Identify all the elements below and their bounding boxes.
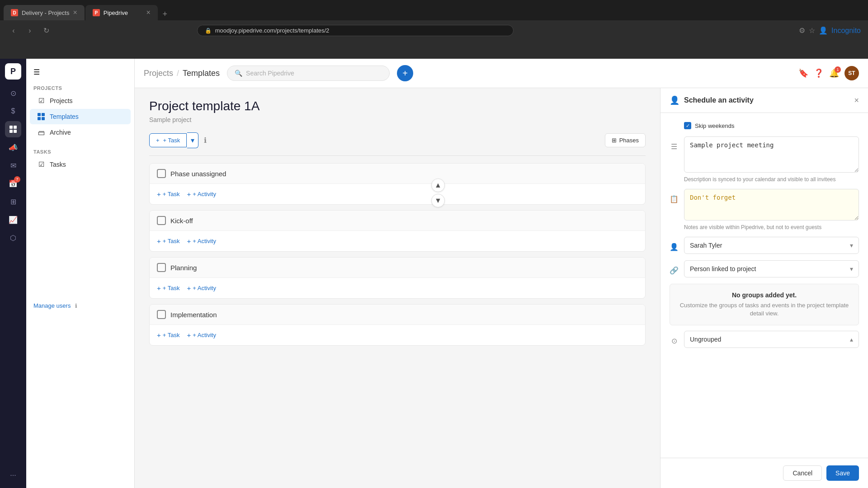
plus-icon-4: + [187,237,191,245]
browser-tab-2[interactable]: P Pipedrive × [85,5,158,20]
back-button[interactable]: ‹ [7,24,20,37]
description-input[interactable]: Sample project meeting [684,136,859,173]
phase-section-planning: Planning + + Task + + Activity [149,257,646,299]
add-button[interactable]: + [397,65,413,81]
app-sidebar: P ⊙ $ 📣 ✉ 📅 7 ⊞ 📈 ⬡ ··· [0,59,26,488]
sidebar-item-deals[interactable]: $ [5,103,21,119]
save-button[interactable]: Save [826,465,859,481]
add-task-kickoff-link[interactable]: + + Task [157,237,179,245]
add-task-implementation-link[interactable]: + + Task [157,331,179,339]
search-bar[interactable]: 🔍 Search Pipedrive [227,66,390,81]
person-link-icon: 🔗 [670,266,679,275]
extensions-icon[interactable]: ⚙ [799,26,805,35]
nav-item-projects[interactable]: ☑ Projects [30,93,131,108]
address-text: moodjoy.pipedrive.com/projects/templates… [215,27,330,34]
add-task-implementation-label: + Task [163,332,180,338]
sidebar-item-mail[interactable]: ✉ [5,157,21,174]
address-bar[interactable]: 🔒 moodjoy.pipedrive.com/projects/templat… [197,25,514,36]
left-panel-header: ☰ [26,59,134,82]
owner-row: 👤 Sarah Tyler ▾ [670,237,859,254]
add-activity-unassigned-link[interactable]: + + Activity [187,190,216,198]
phases-button[interactable]: ⊞ Phases [605,133,646,147]
tasks-section-label: TASKS [26,145,134,156]
phase-planning-actions: + + Task + + Activity [157,282,638,294]
add-task-planning-link[interactable]: + + Task [157,284,179,292]
grid-icon: ⊞ [612,137,617,144]
skip-weekends-checkbox[interactable]: ✓ [684,122,691,129]
checkbox-check-icon: ✓ [686,123,690,129]
new-tab-button[interactable]: + [159,8,171,20]
refresh-button[interactable]: ↻ [40,24,52,37]
forward-button[interactable]: › [24,24,36,37]
toolbar-info-icon[interactable]: ℹ [204,136,207,145]
bookmark-icon[interactable]: ☆ [809,26,815,35]
phase-icon-implementation [157,310,166,319]
owner-select[interactable]: Sarah Tyler ▾ [684,237,859,254]
add-task-main-btn[interactable]: + + Task [149,133,187,147]
notes-input[interactable]: Don't forget [684,189,859,221]
tab-close-2[interactable]: × [146,9,150,17]
sidebar-item-activities[interactable]: 📣 [5,139,21,155]
add-task-unassigned-link[interactable]: + + Task [157,190,179,198]
nav-item-archive-label: Archive [50,129,71,136]
sidebar-item-home[interactable]: ⊙ [5,85,21,101]
no-groups-box: No groups added yet. Customize the group… [670,284,859,325]
manage-users-info-icon: ℹ [75,303,77,309]
nav-item-templates[interactable]: Templates [30,109,131,124]
person-select[interactable]: Person linked to project ▾ [684,260,859,277]
plus-icon: + [157,190,161,198]
nav-item-tasks-label: Tasks [50,161,66,168]
scroll-controls: ▲ ▼ [431,178,445,207]
sidebar-item-reports[interactable]: 📈 [5,211,21,228]
templates-nav-icon [37,113,45,121]
app-nav-bottom: ··· [5,467,21,483]
add-activity-planning-link[interactable]: + + Activity [187,284,216,292]
scroll-up-button[interactable]: ▲ [431,178,445,192]
phase-body-kickoff: + + Task + + Activity [150,231,645,251]
phase-header-unassigned: Phase unassigned [150,164,645,184]
breadcrumb-parent[interactable]: Projects [144,69,173,78]
add-activity-kickoff-link[interactable]: + + Activity [187,237,216,245]
search-icon: 🔍 [235,70,242,77]
toggle-nav[interactable]: ☰ [33,68,127,76]
project-toolbar: + + Task ▾ ℹ ⊞ Phases [149,132,646,156]
menu-icon[interactable]: Incognito [831,27,861,35]
owner-content: Sarah Tyler ▾ [684,237,859,254]
sidebar-item-projects[interactable] [5,121,21,137]
main-header: Projects / Templates 🔍 Search Pipedrive … [135,59,868,88]
phases-label: Phases [619,137,639,144]
tab-close-1[interactable]: × [73,9,77,17]
sidebar-item-calendar[interactable]: 📅 7 [5,175,21,192]
nav-item-archive[interactable]: 🗃 Archive [30,125,131,140]
add-task-dropdown-btn[interactable]: ▾ [187,132,198,148]
user-avatar[interactable]: ST [844,66,859,80]
svg-rect-7 [42,117,45,120]
grouping-select[interactable]: Ungrouped ▴ [684,331,859,348]
panel-header: 👤 Schedule an activity × [660,88,868,113]
manage-users-link[interactable]: Manage users ℹ [26,299,134,313]
sidebar-item-extensions[interactable]: ⬡ [5,230,21,246]
header-right: 🔖 ❓ 🔔 1 ST [798,66,859,80]
person-content: Person linked to project ▾ [684,260,859,277]
scroll-down-button[interactable]: ▼ [431,194,445,207]
phase-body-planning: + + Task + + Activity [150,278,645,298]
panel-close-button[interactable]: × [854,96,859,105]
sidebar-item-more[interactable]: ··· [5,467,21,483]
app-logo[interactable]: P [5,63,21,80]
bookmark-header-icon[interactable]: 🔖 [798,68,808,78]
browser-tab-1[interactable]: D Delivery - Projects × [4,5,85,20]
add-activity-implementation-link[interactable]: + + Activity [187,331,216,339]
breadcrumb: Projects / Templates [144,69,220,78]
nav-item-tasks[interactable]: ☑ Tasks [30,157,131,172]
grouping-content: Ungrouped ▴ [684,331,859,348]
nav-item-templates-label: Templates [50,113,79,120]
add-task-plus-icon: + [156,137,160,144]
tasks-nav-icon: ☑ [37,160,45,169]
sidebar-item-apps[interactable]: ⊞ [5,193,21,210]
cancel-button[interactable]: Cancel [783,465,822,481]
help-icon[interactable]: ❓ [814,68,824,78]
phase-unassigned-actions: + + Task + + Activity [157,188,638,200]
svg-rect-0 [9,126,13,129]
notification-bell[interactable]: 🔔 1 [829,68,839,78]
profile-icon[interactable]: 👤 [819,26,828,35]
